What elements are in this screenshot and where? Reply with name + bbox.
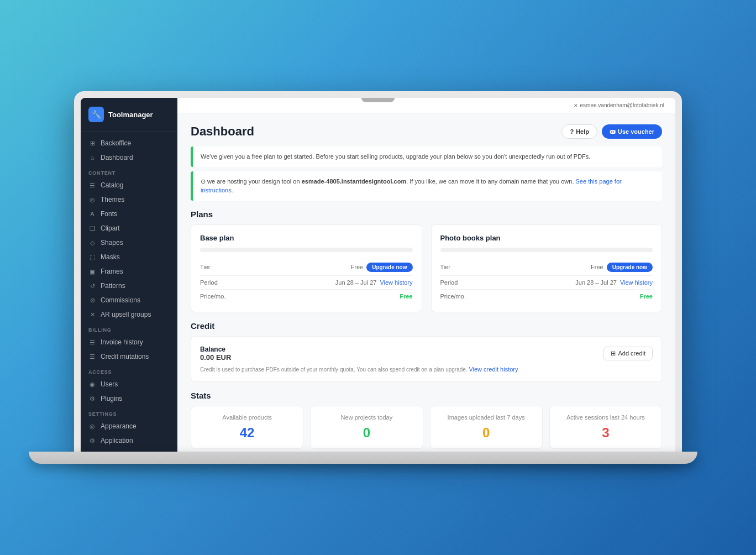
stat-label-active-sessions: Active sessions last 24 hours — [558, 414, 654, 421]
sidebar-section-access: ACCESS ◉ Users ⚙ Plugins — [81, 364, 177, 406]
plan-bar-photobooks — [440, 248, 653, 252]
sidebar-section-main: ⊞ Backoffice ⌂ Dashboard — [81, 136, 177, 165]
domain-icon: ⊕ — [88, 452, 96, 452]
stat-value-available-products: 42 — [199, 425, 295, 441]
sidebar-item-fonts[interactable]: A Fonts — [81, 207, 177, 221]
sidebar-item-domain-change[interactable]: ⊕ Domain change — [81, 448, 177, 452]
plans-grid: Base plan Tier Free Upgrade now — [191, 224, 662, 312]
voucher-icon: 🎟 — [610, 128, 616, 135]
sidebar-item-users[interactable]: ◉ Users — [81, 377, 177, 391]
plan-bar-base — [200, 248, 413, 252]
sidebar-item-shapes[interactable]: ◇ Shapes — [81, 235, 177, 250]
frames-icon: ▣ — [88, 268, 96, 275]
upgrade-now-button-photobooks[interactable]: Upgrade now — [607, 263, 653, 272]
sidebar-item-clipart[interactable]: ❏ Clipart — [81, 221, 177, 235]
section-label-access: ACCESS — [81, 364, 177, 377]
hosting-instructions-link[interactable]: See this page for instructions. — [201, 178, 622, 194]
sidebar: 🔧 Toolmanager ⊞ Backoffice ⌂ Dashboard — [81, 98, 177, 452]
use-voucher-button[interactable]: 🎟 Use voucher — [602, 124, 662, 139]
plugins-icon: ⚙ — [88, 395, 96, 402]
application-icon: ⚙ — [88, 437, 96, 444]
credit-card: Balance 0.00 EUR ⊞ Add credit Credit is … — [191, 336, 662, 382]
view-history-link-photobooks[interactable]: View history — [620, 279, 653, 286]
credit-balance-row: Balance 0.00 EUR ⊞ Add credit — [200, 345, 653, 362]
view-history-link-base[interactable]: View history — [380, 279, 412, 286]
shapes-icon: ◇ — [88, 239, 96, 247]
page-header: Dashboard ? Help 🎟 Use voucher — [191, 124, 662, 139]
page-content: Dashboard ? Help 🎟 Use voucher — [177, 113, 675, 452]
plan-name-base: Base plan — [200, 234, 413, 242]
stat-value-active-sessions: 3 — [558, 425, 654, 441]
stat-value-images-uploaded: 0 — [438, 425, 534, 441]
stat-label-available-products: Available products — [199, 414, 295, 421]
masks-icon: ⬚ — [88, 254, 96, 261]
themes-icon: ◎ — [88, 196, 96, 203]
logo-icon: 🔧 — [88, 107, 104, 122]
plan-row-period-photobooks: Period Jun 28 – Jul 27 View history — [440, 275, 653, 289]
sidebar-item-plugins[interactable]: ⚙ Plugins — [81, 391, 177, 406]
sidebar-item-dashboard[interactable]: ⌂ Dashboard — [81, 150, 177, 165]
stat-card-images-uploaded: Images uploaded last 7 days 0 — [430, 406, 543, 449]
plans-section-title: Plans — [191, 210, 662, 219]
header-actions: ? Help 🎟 Use voucher — [561, 124, 662, 139]
stats-section-title: Stats — [191, 391, 662, 400]
stat-card-available-products: Available products 42 — [191, 406, 303, 449]
backoffice-icon: ⊞ — [88, 140, 96, 147]
app-name: Toolmanager — [108, 111, 153, 119]
stats-grid: Available products 42 New projects today… — [191, 406, 662, 449]
sidebar-section-settings: SETTINGS ◎ Appearance ⚙ Application ⊕ Do… — [81, 406, 177, 452]
sidebar-item-label: Dashboard — [101, 154, 133, 161]
sidebar-section-billing: BILLING ☰ Invoice history ☰ Credit mutat… — [81, 322, 177, 364]
credit-section-title: Credit — [191, 321, 662, 331]
section-label-content: CONTENT — [81, 165, 177, 178]
plan-row-price-photobooks: Price/mo. Free — [440, 289, 653, 303]
sidebar-item-frames[interactable]: ▣ Frames — [81, 264, 177, 279]
add-credit-button[interactable]: ⊞ Add credit — [603, 347, 653, 360]
dashboard-icon: ⌂ — [88, 154, 96, 161]
section-label-settings: SETTINGS — [81, 406, 177, 419]
sidebar-item-ar-upsell[interactable]: ✕ AR upsell groups — [81, 307, 177, 322]
appearance-icon: ◎ — [88, 423, 96, 430]
catalog-icon: ☰ — [88, 182, 96, 189]
sidebar-item-application[interactable]: ⚙ Application — [81, 433, 177, 448]
main-content: ✕ esmee.vandenham@fotofabriek.nl Dashboa… — [177, 98, 675, 452]
help-button[interactable]: ? Help — [561, 124, 597, 139]
sidebar-item-label: Backoffice — [101, 139, 131, 147]
sidebar-item-commissions[interactable]: ⊘ Commissions — [81, 293, 177, 307]
user-icon: ✕ — [574, 103, 578, 108]
commissions-icon: ⊘ — [88, 297, 96, 304]
plan-name-photobooks: Photo books plan — [440, 234, 653, 242]
stat-card-active-sessions: Active sessions last 24 hours 3 — [549, 406, 662, 449]
user-email-display: ✕ esmee.vandenham@fotofabriek.nl — [574, 102, 664, 108]
fonts-icon: A — [88, 211, 96, 217]
credit-balance-label: Balance — [200, 345, 231, 353]
sidebar-item-themes[interactable]: ◎ Themes — [81, 192, 177, 207]
clipart-icon: ❏ — [88, 225, 96, 232]
sidebar-item-credit-mutations[interactable]: ☰ Credit mutations — [81, 349, 177, 364]
credit-note: Credit is used to purchase PDFs outside … — [200, 366, 653, 373]
invoice-icon: ☰ — [88, 339, 96, 346]
sidebar-item-backoffice[interactable]: ⊞ Backoffice — [81, 136, 177, 150]
credit-balance-amount: 0.00 EUR — [200, 353, 231, 362]
sidebar-item-catalog[interactable]: ☰ Catalog — [81, 178, 177, 192]
plan-row-price-base: Price/mo. Free — [200, 289, 413, 303]
page-title: Dashboard — [191, 124, 254, 139]
top-bar: ✕ esmee.vandenham@fotofabriek.nl — [177, 98, 675, 113]
add-credit-icon: ⊞ — [611, 350, 616, 357]
sidebar-item-masks[interactable]: ⬚ Masks — [81, 250, 177, 264]
sidebar-item-patterns[interactable]: ↺ Patterns — [81, 279, 177, 293]
alert-hosting: ⊙ we are hosting your design tool on esm… — [191, 171, 662, 201]
stat-card-new-projects: New projects today 0 — [310, 406, 423, 449]
sidebar-section-content: CONTENT ☰ Catalog ◎ Themes A Fonts — [81, 165, 177, 322]
sidebar-logo[interactable]: 🔧 Toolmanager — [81, 98, 177, 132]
stat-value-new-projects: 0 — [318, 425, 414, 441]
sidebar-item-appearance[interactable]: ◎ Appearance — [81, 419, 177, 433]
ar-upsell-icon: ✕ — [88, 311, 96, 318]
upgrade-now-button-base[interactable]: Upgrade now — [366, 263, 412, 272]
stat-label-images-uploaded: Images uploaded last 7 days — [438, 414, 534, 421]
plan-card-photobooks: Photo books plan Tier Free Upgrade now — [431, 224, 663, 312]
view-credit-history-link[interactable]: View credit history — [469, 366, 518, 373]
sidebar-item-invoice-history[interactable]: ☰ Invoice history — [81, 335, 177, 349]
plan-row-period-base: Period Jun 28 – Jul 27 View history — [200, 275, 413, 289]
users-icon: ◉ — [88, 381, 96, 388]
